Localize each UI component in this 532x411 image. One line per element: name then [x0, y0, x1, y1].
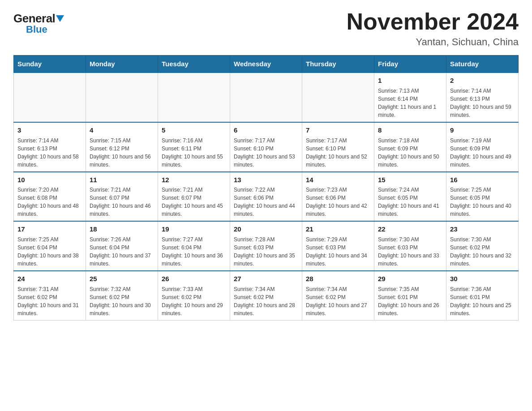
day-info: Sunrise: 7:31 AM Sunset: 6:02 PM Dayligh… — [17, 285, 82, 317]
page-header: General Blue November 2024 Yantan, Sichu… — [13, 9, 519, 48]
day-info: Sunrise: 7:32 AM Sunset: 6:02 PM Dayligh… — [90, 285, 154, 317]
day-info: Sunrise: 7:20 AM Sunset: 6:08 PM Dayligh… — [17, 186, 82, 218]
calendar-cell: 11Sunrise: 7:21 AM Sunset: 6:07 PM Dayli… — [86, 172, 158, 222]
day-info: Sunrise: 7:21 AM Sunset: 6:07 PM Dayligh… — [162, 186, 226, 218]
day-number: 10 — [17, 175, 82, 185]
day-number: 2 — [450, 76, 515, 86]
day-info: Sunrise: 7:13 AM Sunset: 6:14 PM Dayligh… — [378, 87, 442, 119]
calendar-cell: 23Sunrise: 7:30 AM Sunset: 6:02 PM Dayli… — [446, 221, 519, 271]
week-row-3: 10Sunrise: 7:20 AM Sunset: 6:08 PM Dayli… — [14, 172, 519, 222]
calendar-cell: 5Sunrise: 7:16 AM Sunset: 6:11 PM Daylig… — [158, 122, 230, 172]
calendar-table: SundayMondayTuesdayWednesdayThursdayFrid… — [13, 55, 519, 321]
weekday-header-monday: Monday — [86, 56, 158, 73]
week-row-2: 3Sunrise: 7:14 AM Sunset: 6:13 PM Daylig… — [14, 122, 519, 172]
day-number: 4 — [90, 125, 154, 135]
day-info: Sunrise: 7:29 AM Sunset: 6:03 PM Dayligh… — [306, 235, 370, 268]
day-info: Sunrise: 7:18 AM Sunset: 6:09 PM Dayligh… — [378, 137, 442, 169]
calendar-cell: 18Sunrise: 7:26 AM Sunset: 6:04 PM Dayli… — [86, 221, 158, 271]
weekday-header-thursday: Thursday — [302, 56, 374, 73]
day-info: Sunrise: 7:28 AM Sunset: 6:03 PM Dayligh… — [234, 235, 298, 268]
calendar-cell: 7Sunrise: 7:17 AM Sunset: 6:10 PM Daylig… — [302, 122, 374, 172]
calendar-cell — [230, 73, 302, 122]
logo-general-text: General — [13, 13, 64, 24]
day-info: Sunrise: 7:24 AM Sunset: 6:05 PM Dayligh… — [378, 186, 442, 218]
day-info: Sunrise: 7:26 AM Sunset: 6:04 PM Dayligh… — [90, 235, 154, 268]
day-number: 5 — [162, 125, 226, 135]
day-number: 19 — [162, 224, 226, 234]
calendar-cell: 19Sunrise: 7:27 AM Sunset: 6:04 PM Dayli… — [158, 221, 230, 271]
day-info: Sunrise: 7:34 AM Sunset: 6:02 PM Dayligh… — [306, 285, 370, 317]
day-info: Sunrise: 7:14 AM Sunset: 6:13 PM Dayligh… — [17, 137, 82, 169]
logo: General Blue — [13, 13, 64, 35]
day-number: 8 — [378, 125, 442, 135]
calendar-cell: 3Sunrise: 7:14 AM Sunset: 6:13 PM Daylig… — [14, 122, 86, 172]
week-row-4: 17Sunrise: 7:25 AM Sunset: 6:04 PM Dayli… — [14, 221, 519, 271]
weekday-header-friday: Friday — [374, 56, 446, 73]
day-number: 30 — [450, 274, 515, 284]
day-number: 15 — [378, 175, 442, 185]
calendar-cell: 26Sunrise: 7:33 AM Sunset: 6:02 PM Dayli… — [158, 271, 230, 320]
day-number: 14 — [306, 175, 370, 185]
day-number: 7 — [306, 125, 370, 135]
weekday-header-sunday: Sunday — [14, 56, 86, 73]
day-number: 6 — [234, 125, 298, 135]
calendar-cell: 8Sunrise: 7:18 AM Sunset: 6:09 PM Daylig… — [374, 122, 446, 172]
calendar-cell — [14, 73, 86, 122]
title-area: November 2024 Yantan, Sichuan, China — [347, 9, 519, 48]
day-info: Sunrise: 7:17 AM Sunset: 6:10 PM Dayligh… — [306, 137, 370, 169]
day-number: 9 — [450, 125, 515, 135]
calendar-cell: 21Sunrise: 7:29 AM Sunset: 6:03 PM Dayli… — [302, 221, 374, 271]
calendar-cell: 25Sunrise: 7:32 AM Sunset: 6:02 PM Dayli… — [86, 271, 158, 320]
day-number: 13 — [234, 175, 298, 185]
day-info: Sunrise: 7:17 AM Sunset: 6:10 PM Dayligh… — [234, 137, 298, 169]
calendar-cell: 12Sunrise: 7:21 AM Sunset: 6:07 PM Dayli… — [158, 172, 230, 222]
calendar-cell — [86, 73, 158, 122]
weekday-header-saturday: Saturday — [446, 56, 519, 73]
day-number: 3 — [17, 125, 82, 135]
day-number: 12 — [162, 175, 226, 185]
day-info: Sunrise: 7:22 AM Sunset: 6:06 PM Dayligh… — [234, 186, 298, 218]
day-info: Sunrise: 7:14 AM Sunset: 6:13 PM Dayligh… — [450, 87, 515, 119]
calendar-cell: 22Sunrise: 7:30 AM Sunset: 6:03 PM Dayli… — [374, 221, 446, 271]
page-subtitle: Yantan, Sichuan, China — [347, 36, 519, 48]
day-number: 24 — [17, 274, 82, 284]
calendar-cell: 28Sunrise: 7:34 AM Sunset: 6:02 PM Dayli… — [302, 271, 374, 320]
day-number: 22 — [378, 224, 442, 234]
weekday-header-tuesday: Tuesday — [158, 56, 230, 73]
day-info: Sunrise: 7:36 AM Sunset: 6:01 PM Dayligh… — [450, 285, 515, 317]
calendar-cell: 10Sunrise: 7:20 AM Sunset: 6:08 PM Dayli… — [14, 172, 86, 222]
calendar-cell: 24Sunrise: 7:31 AM Sunset: 6:02 PM Dayli… — [14, 271, 86, 320]
logo-triangle-icon — [56, 15, 64, 22]
day-number: 20 — [234, 224, 298, 234]
calendar-cell: 17Sunrise: 7:25 AM Sunset: 6:04 PM Dayli… — [14, 221, 86, 271]
day-info: Sunrise: 7:35 AM Sunset: 6:01 PM Dayligh… — [378, 285, 442, 317]
calendar-cell: 29Sunrise: 7:35 AM Sunset: 6:01 PM Dayli… — [374, 271, 446, 320]
day-number: 11 — [90, 175, 154, 185]
day-info: Sunrise: 7:25 AM Sunset: 6:05 PM Dayligh… — [450, 186, 515, 218]
calendar-cell: 13Sunrise: 7:22 AM Sunset: 6:06 PM Dayli… — [230, 172, 302, 222]
week-row-5: 24Sunrise: 7:31 AM Sunset: 6:02 PM Dayli… — [14, 271, 519, 320]
day-number: 29 — [378, 274, 442, 284]
day-number: 16 — [450, 175, 515, 185]
weekday-header-wednesday: Wednesday — [230, 56, 302, 73]
day-info: Sunrise: 7:19 AM Sunset: 6:09 PM Dayligh… — [450, 137, 515, 169]
day-info: Sunrise: 7:30 AM Sunset: 6:02 PM Dayligh… — [450, 235, 515, 268]
day-info: Sunrise: 7:33 AM Sunset: 6:02 PM Dayligh… — [162, 285, 226, 317]
calendar-cell — [302, 73, 374, 122]
calendar-cell: 4Sunrise: 7:15 AM Sunset: 6:12 PM Daylig… — [86, 122, 158, 172]
day-number: 26 — [162, 274, 226, 284]
calendar-cell — [158, 73, 230, 122]
day-info: Sunrise: 7:30 AM Sunset: 6:03 PM Dayligh… — [378, 235, 442, 268]
calendar-cell: 27Sunrise: 7:34 AM Sunset: 6:02 PM Dayli… — [230, 271, 302, 320]
day-info: Sunrise: 7:23 AM Sunset: 6:06 PM Dayligh… — [306, 186, 370, 218]
calendar-cell: 15Sunrise: 7:24 AM Sunset: 6:05 PM Dayli… — [374, 172, 446, 222]
day-number: 28 — [306, 274, 370, 284]
day-number: 23 — [450, 224, 515, 234]
day-info: Sunrise: 7:25 AM Sunset: 6:04 PM Dayligh… — [17, 235, 82, 268]
day-info: Sunrise: 7:21 AM Sunset: 6:07 PM Dayligh… — [90, 186, 154, 218]
calendar-cell: 16Sunrise: 7:25 AM Sunset: 6:05 PM Dayli… — [446, 172, 519, 222]
day-info: Sunrise: 7:34 AM Sunset: 6:02 PM Dayligh… — [234, 285, 298, 317]
calendar-cell: 6Sunrise: 7:17 AM Sunset: 6:10 PM Daylig… — [230, 122, 302, 172]
calendar-cell: 30Sunrise: 7:36 AM Sunset: 6:01 PM Dayli… — [446, 271, 519, 320]
day-number: 1 — [378, 76, 442, 86]
